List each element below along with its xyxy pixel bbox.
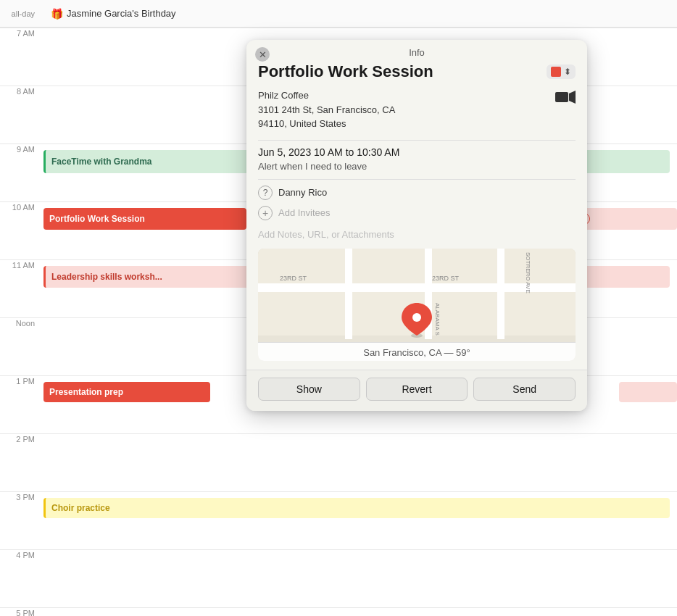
time-row-3pm: 3 PM Choir practice (0, 491, 677, 549)
color-dot (551, 67, 561, 77)
svg-text:ALABAMA S: ALABAMA S (434, 303, 441, 336)
time-row-5pm: 5 PM (0, 607, 677, 616)
info-popup: ✕ Info Portfolio Work Session ⬍ Philz Co… (246, 40, 587, 411)
time-label-10am: 10 AM (0, 202, 43, 212)
time-content-5pm (43, 608, 677, 616)
svg-text:SOTRERO AVE: SOTRERO AVE (525, 252, 531, 294)
show-button[interactable]: Show (258, 378, 360, 401)
allday-row: all-day 🎁 Jasmine Garcia's Birthday (0, 0, 677, 28)
svg-marker-1 (569, 91, 576, 104)
svg-text:23RD ST: 23RD ST (280, 275, 307, 282)
svg-rect-9 (432, 292, 497, 336)
map-footer-label: San Francisco, CA — 59° (258, 342, 576, 361)
location-name: Philz Coffee (258, 88, 395, 103)
time-label-8am: 8 AM (0, 86, 43, 96)
time-label-7am: 7 AM (0, 28, 43, 38)
time-content-4pm (43, 550, 677, 607)
svg-rect-14 (497, 249, 504, 339)
color-picker-button[interactable]: ⬍ (547, 64, 576, 79)
organizer-name: Danny Rico (278, 187, 327, 198)
time-content-3pm: Choir practice (43, 492, 677, 549)
time-label-5pm: 5 PM (0, 608, 43, 616)
choir-event[interactable]: Choir practice (43, 498, 670, 518)
time-label-4pm: 4 PM (0, 550, 43, 559)
map-svg: 23RD ST 23RD ST SOTRERO AVE ALABAMA S (258, 249, 576, 339)
location-address: 3101 24th St, San Francisco, CA94110, Un… (258, 103, 395, 131)
plus-icon: + (258, 206, 273, 220)
chevron-up-down-icon: ⬍ (564, 67, 571, 77)
add-invitees-label: Add Invitees (278, 207, 331, 218)
close-button[interactable]: ✕ (255, 47, 270, 62)
presentation-event[interactable]: Presentation prep (43, 382, 210, 402)
divider-1 (258, 140, 576, 141)
revert-button[interactable]: Revert (366, 378, 468, 401)
popup-header-title: Info (409, 47, 425, 58)
send-button[interactable]: Send (473, 378, 576, 401)
time-label-noon: Noon (0, 318, 43, 328)
svg-rect-0 (555, 92, 568, 102)
time-label-3pm: 3 PM (0, 492, 43, 501)
svg-point-20 (412, 313, 421, 322)
allday-label: all-day (0, 9, 43, 18)
popup-footer: Show Revert Send (246, 370, 587, 411)
popup-event-title-row: Portfolio Work Session ⬍ (258, 62, 576, 81)
time-content-2pm (43, 434, 677, 491)
popup-body: Portfolio Work Session ⬍ Philz Coffee 31… (246, 62, 587, 370)
notes-placeholder[interactable]: Add Notes, URL, or Attachments (258, 228, 576, 241)
video-camera-icon[interactable] (555, 90, 576, 108)
svg-rect-10 (504, 292, 576, 336)
time-label-1pm: 1 PM (0, 376, 43, 386)
birthday-event-title: Jasmine Garcia's Birthday (67, 8, 176, 19)
time-label-2pm: 2 PM (0, 434, 43, 444)
popup-organizer-row: ? Danny Rico (258, 186, 576, 200)
popup-location-row: Philz Coffee 3101 24th St, San Francisco… (258, 88, 576, 131)
birthday-event[interactable]: 🎁 Jasmine Garcia's Birthday (43, 7, 183, 21)
organizer-icon: ? (258, 186, 273, 200)
gift-icon: 🎁 (51, 8, 63, 20)
svg-rect-12 (345, 249, 352, 339)
popup-alert: Alert when I need to leave (258, 161, 576, 172)
divider-2 (258, 179, 576, 180)
popup-header: ✕ Info (246, 40, 587, 62)
presentation-event-right (619, 382, 677, 402)
popup-event-title: Portfolio Work Session (258, 62, 433, 81)
map-container[interactable]: 23RD ST 23RD ST SOTRERO AVE ALABAMA S Sa… (258, 249, 576, 361)
time-row-2pm: 2 PM (0, 433, 677, 491)
svg-rect-7 (258, 292, 345, 336)
portfolio-event[interactable]: Portfolio Work Session (43, 208, 246, 230)
svg-text:23RD ST: 23RD ST (432, 275, 460, 282)
svg-rect-4 (352, 249, 425, 285)
popup-datetime: Jun 5, 2023 10 AM to 10:30 AM (258, 146, 576, 158)
svg-rect-6 (504, 249, 576, 285)
time-label-11am: 11 AM (0, 260, 43, 270)
popup-location-text: Philz Coffee 3101 24th St, San Francisco… (258, 88, 395, 131)
time-label-9am: 9 AM (0, 144, 43, 154)
add-invitees-row[interactable]: + Add Invitees (258, 206, 576, 220)
time-row-4pm: 4 PM (0, 549, 677, 607)
